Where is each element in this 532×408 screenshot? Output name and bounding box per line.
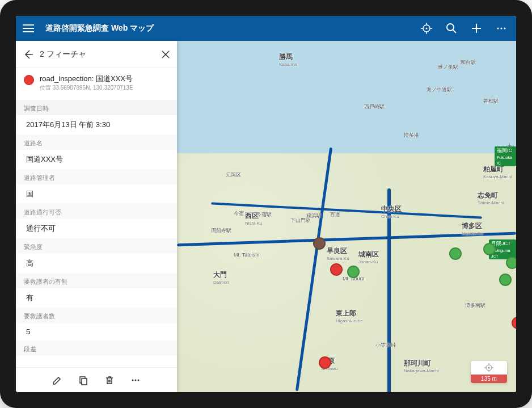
add-icon[interactable] (466, 18, 487, 39)
district-label: 那珂川町Nakagawa-Machi (404, 359, 439, 373)
search-icon[interactable] (441, 18, 462, 39)
map-feature-point[interactable] (319, 356, 331, 369)
district-label: 城南区Jonan-Ku (358, 250, 379, 264)
svg-point-9 (135, 379, 137, 381)
close-icon[interactable] (161, 50, 170, 59)
svg-point-1 (426, 28, 428, 30)
attr-value[interactable]: 国道XXX号 (16, 150, 177, 169)
district-label: 東上郎Higashi-Irube (336, 309, 363, 323)
svg-rect-7 (82, 378, 87, 385)
scale-bar[interactable]: 135 m (471, 361, 507, 383)
attr-label: 段差 (16, 340, 177, 356)
station-label: 元岡区 (226, 171, 241, 179)
panel-toolbar (16, 367, 177, 392)
district-label: 中央区Chuo-Ku (381, 204, 402, 219)
attr-label: 道路名 (16, 134, 177, 150)
attr-value[interactable]: 2017年6月13日 午前 3:30 (16, 115, 177, 134)
attribute-list: 調査日時2017年6月13日 午前 3:30道路名国道XXX号道路管理者国道路通… (16, 98, 177, 367)
svg-point-10 (138, 379, 140, 381)
highway-label: 福岡ICFukuoka IC (495, 146, 516, 166)
locate-icon[interactable] (416, 18, 437, 39)
map-feature-point[interactable] (506, 256, 516, 269)
app-titlebar: 道路啓開緊急調査 Web マップ (16, 16, 516, 41)
station-label: 今宿駅 (256, 211, 272, 218)
station-label: 周船寺駅 (211, 227, 231, 234)
district-label: 志免町Shime-Machi (478, 191, 504, 205)
feature-header: road_inspection: 国道XXX号 位置 33.56907895N,… (16, 68, 177, 98)
station-label: 小笠木峠 (375, 342, 396, 349)
attr-value[interactable] (16, 356, 177, 365)
more-icon[interactable] (491, 18, 512, 39)
feature-symbol-icon (24, 75, 34, 85)
station-label: 下山門駅 (290, 217, 311, 224)
feature-title: road_inspection: 国道XXX号 (40, 74, 133, 84)
map-feature-point[interactable] (483, 243, 496, 255)
copy-icon[interactable] (75, 372, 91, 388)
station-label: 博多南駅 (465, 302, 485, 309)
district-label: 博多区Hakata-Ku (462, 221, 483, 236)
svg-point-2 (447, 24, 454, 31)
attr-label: 調査日時 (16, 100, 177, 115)
hamburger-menu-icon[interactable] (20, 24, 36, 32)
scale-text: 135 m (471, 375, 507, 383)
svg-point-3 (497, 28, 499, 30)
svg-point-12 (488, 367, 490, 369)
station-label: 雁ノ巣駅 (438, 64, 458, 71)
panel-more-icon[interactable] (128, 372, 143, 388)
svg-point-4 (501, 28, 503, 30)
district-label: 早良区Sawara-Ku (327, 246, 349, 261)
map-feature-point[interactable] (449, 247, 462, 260)
delete-icon[interactable] (102, 372, 117, 388)
district-label: 大門Daimon (213, 270, 229, 285)
station-label: 香椎駅 (483, 98, 499, 105)
attr-value[interactable]: 国 (16, 184, 177, 204)
station-label: 西戸崎駅 (364, 103, 385, 111)
district-label: 勝馬Katsuma (279, 52, 297, 67)
feature-count-label: 2 フィーチャ (40, 49, 161, 60)
feature-location: 位置 33.56907895N, 130.32070713E (40, 84, 133, 92)
map-canvas[interactable]: 勝馬Katsuma西区Nishi-Ku早良区Sawara-Ku城南区Jonan-… (177, 41, 516, 392)
station-label: 百道 (330, 211, 340, 218)
edit-icon[interactable] (49, 372, 65, 388)
station-label: 和白駅 (461, 59, 476, 66)
station-label: 博多港 (404, 132, 419, 139)
station-label: 海ノ中道駅 (427, 86, 452, 94)
attr-label: 要救護者数 (16, 308, 177, 323)
district-label: 粕屋町Kasuya-Machi (483, 165, 512, 179)
svg-point-8 (132, 379, 134, 381)
feature-panel: 2 フィーチャ road_inspection: 国道XXX号 位置 33.56… (16, 41, 177, 392)
attr-label: 緊急度 (16, 238, 177, 254)
gps-icon (484, 363, 494, 373)
attr-label: 道路通行可否 (16, 204, 177, 219)
map-feature-point[interactable] (347, 266, 360, 278)
attr-label: 道路管理者 (16, 169, 177, 184)
map-feature-point[interactable] (499, 274, 512, 286)
map-feature-point[interactable] (330, 263, 343, 276)
map-feature-point[interactable] (313, 237, 326, 250)
app-title: 道路啓開緊急調査 Web マップ (45, 23, 416, 33)
attr-value[interactable]: 有 (16, 288, 177, 308)
attr-label: 要救護者の有無 (16, 273, 177, 288)
attr-value[interactable]: 5 (16, 323, 177, 340)
svg-point-5 (504, 28, 506, 30)
station-label: 今宿 (234, 210, 244, 217)
back-icon[interactable] (23, 49, 34, 60)
attr-value[interactable]: 高 (16, 254, 177, 273)
attr-value[interactable]: 通行不可 (16, 219, 177, 238)
station-label: Mt. Tateishi (234, 252, 259, 258)
